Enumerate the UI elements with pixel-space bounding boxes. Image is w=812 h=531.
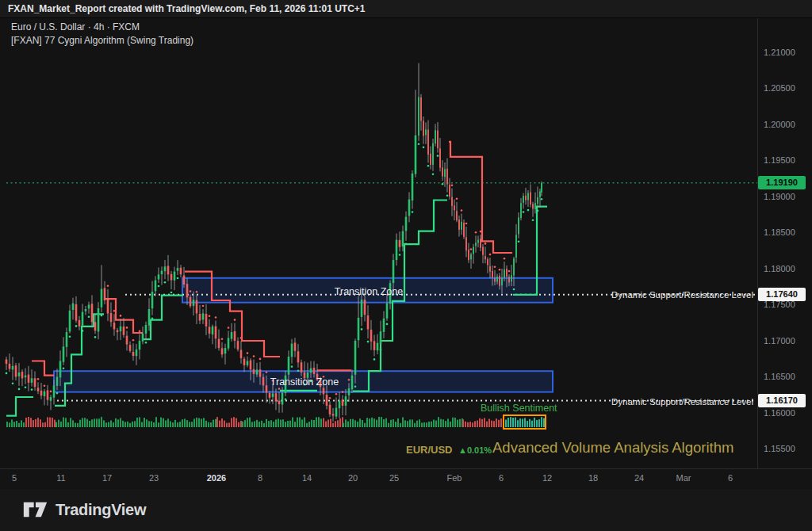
tradingview-logo-icon [22, 499, 48, 520]
bullish-sentiment-label: Bullish Sentiment [481, 403, 557, 414]
tradingview-report-window: FXAN_Market_Report created with TradingV… [0, 0, 812, 531]
symbol-legend[interactable]: Euro / U.S. Dollar · 4h · FXCM [11, 21, 140, 32]
price-tick-label: 1.20500 [764, 83, 810, 93]
time-tick-label: 2026 [201, 473, 232, 483]
time-tick-label: Mar [668, 473, 699, 483]
price-tick-label: 1.18000 [764, 264, 810, 273]
time-tick-label: 18 [577, 473, 609, 483]
time-tick-label: 17 [91, 473, 123, 483]
tradingview-logo[interactable]: TradingView [22, 499, 146, 520]
transition-zone-label-1: Transition Zone [305, 286, 432, 297]
tradingview-wordmark: TradingView [56, 501, 146, 519]
price-tick-label: 1.16000 [764, 408, 810, 418]
time-tick-label: 24 [623, 473, 655, 483]
price-tick-label: 1.21000 [764, 48, 810, 57]
price-tick-label: 1.20000 [764, 120, 810, 129]
time-tick-label: 14 [291, 473, 323, 483]
price-tick-label: 1.19500 [764, 155, 810, 165]
price-tick-label: 1.16500 [764, 372, 810, 381]
time-tick-label: Feb [439, 473, 470, 483]
last-price-badge: 1.19190 [758, 176, 806, 189]
time-tick-label: 23 [138, 473, 170, 483]
time-tick-label: 20 [337, 473, 369, 483]
price-tick-label: 1.19000 [764, 192, 810, 201]
price-tick-label: 1.17000 [764, 336, 810, 346]
time-tick-label: 6 [485, 473, 517, 483]
watermark-change-label: ▲0.01% [458, 445, 492, 455]
support-resistance-badge-1: 1.17640 [758, 288, 806, 301]
time-tick-label: 8 [244, 473, 276, 483]
support-resistance-badge-2: 1.16170 [758, 394, 806, 407]
price-tick-label: 1.15500 [764, 444, 810, 453]
watermark-pair-label: EUR/USD [406, 444, 453, 456]
time-tick-label: 11 [45, 473, 77, 483]
dynamic-sr-label-1: Dynamic Support/Resistance Level [555, 290, 753, 300]
time-tick-label: 5 [0, 473, 30, 483]
indicator-legend[interactable]: [FXAN] 77 Cygni Algorithm (Swing Trading… [11, 35, 193, 46]
time-tick-label: 25 [378, 473, 410, 483]
dynamic-sr-label-2: Dynamic Support/Resistance Level [555, 397, 753, 407]
watermark-algo-title: Advanced Volume Analysis Algorithm [492, 439, 733, 457]
transition-zone-label-2: Transition Zone [241, 376, 368, 388]
time-tick-label: 12 [531, 473, 563, 483]
time-tick-label: 6 [714, 473, 746, 483]
price-tick-label: 1.18500 [764, 227, 810, 237]
